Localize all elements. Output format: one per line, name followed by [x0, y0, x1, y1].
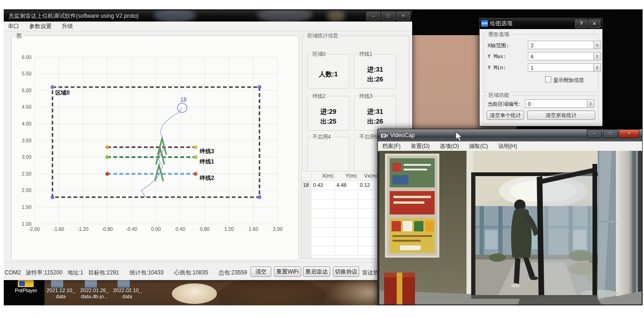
menu-capture[interactable]: 撷取(C) — [465, 141, 492, 151]
radar-title-bar[interactable]: 员监测雷达上位机调试软件(software using V2 proto) – … — [4, 10, 412, 22]
statbox-disabled4: 不启用4 — [307, 137, 349, 171]
table-cell[interactable]: 4.48 — [335, 181, 358, 190]
spin-down-icon[interactable]: ▼ — [596, 67, 599, 69]
svg-text:2.00: 2.00 — [273, 226, 283, 232]
folder-icon[interactable] — [84, 280, 97, 288]
status-info: COM2 波特率:115200 地址:1 目标包:2291 统计包:10433 … — [5, 269, 250, 277]
mouse-cursor — [454, 131, 464, 142]
y-max-label: Y Max: — [488, 53, 506, 59]
folder-icon[interactable] — [117, 280, 130, 288]
titlebar-glare — [327, 10, 346, 22]
table-cell[interactable] — [335, 256, 358, 259]
videocap-maximize-button[interactable]: □ — [603, 129, 618, 138]
wallpaper-plate — [172, 283, 217, 304]
dialog-title: 绘图选项 — [490, 18, 512, 29]
minimize-button[interactable]: – — [366, 12, 380, 21]
menu-help[interactable]: 说明(H) — [494, 141, 521, 151]
switch-protocol-button[interactable]: 切换协议 — [333, 266, 359, 277]
videocap-title-bar[interactable]: VideoCap – □ × — [378, 129, 642, 141]
reset-wifi-button[interactable]: 重置WiFi — [274, 266, 301, 277]
table-cell[interactable] — [311, 256, 335, 259]
radar-window-title: 员监测雷达上位机调试软件(software using V2 proto) — [8, 10, 139, 22]
clear-button[interactable]: 清空 — [251, 266, 271, 277]
table-cell[interactable] — [311, 237, 335, 246]
spinner-buttons[interactable]: ▲ ▼ — [593, 41, 600, 49]
table-cell[interactable] — [302, 190, 311, 200]
close-button[interactable]: × — [396, 12, 410, 21]
statbox-label: 不启用5 — [358, 133, 379, 141]
table-cell[interactable] — [335, 246, 358, 256]
table-cell[interactable] — [302, 218, 311, 228]
table-cell[interactable] — [302, 237, 311, 246]
table-cell[interactable]: 18 — [302, 181, 311, 190]
table-cell[interactable] — [302, 200, 311, 209]
videocap-minimize-button[interactable]: – — [587, 129, 602, 138]
help-button[interactable]: ? — [575, 20, 587, 28]
svg-text:绊线1: 绊线1 — [200, 158, 215, 165]
menu-serial-port[interactable]: 串口 — [4, 22, 23, 31]
table-cell[interactable] — [311, 209, 335, 218]
table-cell[interactable] — [311, 228, 335, 237]
table-cell[interactable] — [302, 256, 311, 259]
svg-text:1.60: 1.60 — [249, 226, 259, 232]
current-zone-number-input[interactable]: 0 ▲ ▼ — [525, 99, 594, 108]
potplayer-icon[interactable] — [18, 280, 34, 287]
graph-options-group: 图形选项 X轴范围: 2 ▲ ▼ Y Max: 6 ▲ ▼ Y Min: 1 — [483, 34, 599, 92]
desktop-icon-label[interactable]: 2022.02.10_ — [106, 288, 149, 293]
table-cell[interactable] — [311, 190, 335, 200]
table-cell[interactable] — [335, 218, 358, 228]
status-total-packets: 总包:23559 — [219, 269, 247, 276]
table-cell[interactable] — [335, 200, 358, 209]
radar-plot[interactable]: -2.00-1.60-1.20-0.80-0.400.000.400.801.2… — [14, 46, 295, 245]
menu-parameter-settings[interactable]: 参数设置 — [25, 22, 56, 31]
menu-options[interactable]: 选项(O) — [436, 141, 463, 151]
menu-device[interactable]: 装置(D) — [407, 141, 434, 151]
table-cell[interactable] — [335, 228, 358, 237]
table-cell[interactable] — [302, 246, 311, 256]
table-cell[interactable] — [335, 237, 358, 246]
svg-text:18: 18 — [180, 96, 187, 103]
radar-menu-bar: 串口 参数设置 升级 — [4, 22, 412, 31]
table-cell[interactable] — [311, 246, 335, 256]
spinner-buttons[interactable]: ▲ ▼ — [593, 64, 600, 71]
statbox-label: 区域0 — [311, 51, 327, 58]
menu-file[interactable]: 档案(F) — [378, 141, 405, 151]
tripline2-in: 进:29 — [320, 108, 336, 116]
spin-down-icon[interactable]: ▼ — [590, 104, 592, 105]
statbox-label: 绊线1 — [358, 51, 374, 58]
table-cell[interactable] — [302, 228, 311, 237]
table-cell[interactable] — [302, 209, 311, 218]
menu-upgrade[interactable]: 升级 — [58, 22, 77, 31]
table-cell[interactable] — [335, 209, 358, 218]
white-pillar — [616, 151, 630, 304]
status-address: 地址:1 — [67, 269, 83, 276]
y-min-input[interactable]: 1 ▲ ▼ — [528, 63, 601, 72]
folder-icon[interactable] — [51, 280, 64, 288]
titlebar-glare — [154, 10, 196, 22]
videocap-close-button[interactable]: × — [619, 129, 639, 138]
show-extra-info-checkbox[interactable] — [545, 76, 551, 82]
tripline2-out: 出:25 — [320, 118, 336, 126]
y-max-input[interactable]: 6 ▲ ▼ — [528, 52, 601, 60]
clear-single-stat-button[interactable]: 清空单个统计 — [487, 111, 524, 120]
table-cell[interactable] — [311, 218, 335, 228]
dialog-close-button[interactable]: × — [588, 20, 600, 28]
maximize-button[interactable]: □ — [381, 12, 395, 21]
spin-down-icon[interactable]: ▼ — [596, 45, 599, 47]
svg-text:绊线3: 绊线3 — [200, 148, 215, 155]
svg-text:-0.80: -0.80 — [102, 226, 113, 232]
svg-text:0.00: 0.00 — [151, 226, 161, 232]
door-jamb — [471, 172, 475, 297]
desktop-icon-label2[interactable]: data — [106, 294, 149, 299]
restart-radar-button[interactable]: 重启雷达 — [303, 266, 330, 277]
x-range-input[interactable]: 2 ▲ ▼ — [528, 41, 601, 49]
spinner-buttons[interactable]: ▲ ▼ — [593, 52, 600, 60]
table-cell[interactable] — [311, 200, 335, 209]
spin-down-icon[interactable]: ▼ — [596, 56, 599, 58]
column-header: X(m) — [311, 171, 335, 181]
table-cell[interactable]: 0.43 — [311, 181, 335, 190]
dialog-title-bar[interactable]: uni 绘图选项 ? × — [480, 18, 602, 29]
spinner-buttons[interactable]: ▲ ▼ — [587, 100, 594, 107]
table-cell[interactable] — [335, 190, 358, 200]
clear-all-stats-button[interactable]: 清空所有统计 — [527, 111, 595, 120]
